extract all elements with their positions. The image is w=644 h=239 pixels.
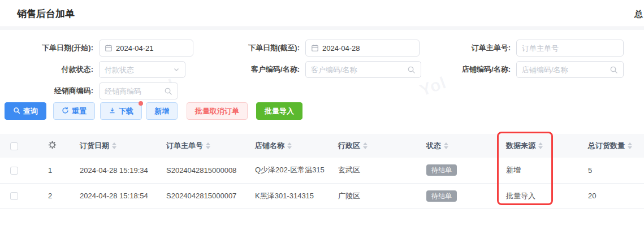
sort-control[interactable] <box>444 142 448 149</box>
date-end-input[interactable] <box>305 40 420 57</box>
batch-import-button-label: 批量导入 <box>265 106 294 116</box>
header-qty: 总订货数量 <box>588 141 625 151</box>
cell-order-date: 2024-04-28 15:19:34 <box>75 158 162 183</box>
status-badge: 待结单 <box>426 164 457 176</box>
cell-source: 新增 <box>502 158 584 183</box>
filter-date-start-label: 下单日期(开始): <box>0 40 93 57</box>
toolbar: 查询 重置 下载 新增 批量取消订单 批量导入 <box>5 102 302 120</box>
batch-cancel-button[interactable]: 批量取消订单 <box>187 102 248 120</box>
pay-status-field[interactable] <box>105 66 170 74</box>
cell-qty: 20 <box>584 183 644 208</box>
cell-order-no: S2024042815000008 <box>162 158 250 183</box>
filter-pay-status: 付款状态: <box>0 61 215 82</box>
row-index: 1 <box>31 158 75 183</box>
sort-control[interactable] <box>287 142 292 149</box>
table-header-row: 订货日期 订单主单号 店铺名称 行政区 状态 数据来源 总订货数量 <box>0 134 644 158</box>
reset-button[interactable]: 重置 <box>53 102 95 120</box>
cell-district: 玄武区 <box>334 158 422 183</box>
status-badge: 待结单 <box>426 190 457 202</box>
filter-date-end-label: 下单日期(截至): <box>215 40 300 57</box>
pay-status-select[interactable] <box>99 61 185 78</box>
shop-field[interactable] <box>522 66 606 74</box>
search-icon <box>407 66 416 74</box>
download-button[interactable]: 下载 <box>100 102 142 120</box>
sort-control[interactable] <box>363 142 368 149</box>
header-district: 行政区 <box>338 141 360 151</box>
chevron-down-icon <box>173 66 180 73</box>
shop-input[interactable] <box>516 61 624 78</box>
order-no-input[interactable] <box>516 40 624 57</box>
cell-source: 批量导入 <box>502 183 584 208</box>
download-icon <box>109 107 116 116</box>
date-start-input[interactable] <box>99 40 193 57</box>
calendar-icon <box>311 44 319 52</box>
column-settings-gear-icon[interactable] <box>48 142 57 151</box>
customer-field[interactable] <box>311 66 404 74</box>
sort-control[interactable] <box>538 142 543 149</box>
filter-dealer-label: 经销商编码: <box>0 82 93 99</box>
search-icon <box>610 66 618 74</box>
query-button-label: 查询 <box>23 106 38 116</box>
date-start-field[interactable] <box>116 44 188 53</box>
search-icon <box>164 87 172 95</box>
table-row: 1 2024-04-28 15:19:34 S2024042815000008 … <box>0 158 644 183</box>
orders-table: 订货日期 订单主单号 店铺名称 行政区 状态 数据来源 总订货数量 1 2024… <box>0 134 644 209</box>
dealer-field[interactable] <box>105 87 161 95</box>
query-button[interactable]: 查询 <box>5 102 46 120</box>
row-checkbox[interactable] <box>10 167 18 175</box>
row-index: 2 <box>31 183 75 208</box>
notification-dot <box>139 101 143 106</box>
filter-form: 下单日期(开始): 下单日期(截至): 订单主单号: <box>0 40 644 104</box>
cell-store: K黑泽301-314315 <box>250 183 334 208</box>
calendar-icon <box>105 44 113 52</box>
select-all-checkbox[interactable] <box>10 142 18 150</box>
add-button-label: 新增 <box>154 106 169 116</box>
header-store: 店铺名称 <box>255 141 284 151</box>
customer-input[interactable] <box>305 61 421 78</box>
cell-qty: 5 <box>584 158 644 183</box>
add-button[interactable]: 新增 <box>146 102 178 120</box>
filter-order-no-label: 订单主单号: <box>424 40 511 57</box>
header-order-no: 订单主单号 <box>166 141 203 151</box>
filter-customer-label: 客户编码/名称: <box>215 61 300 78</box>
filter-pay-status-label: 付款状态: <box>0 61 93 78</box>
cell-order-no: S2024042815000007 <box>162 183 250 208</box>
table-row: 2 2024-04-28 15:18:54 S2024042815000007 … <box>0 183 644 208</box>
filter-date-end: 下单日期(截至): <box>215 40 424 61</box>
dealer-input[interactable] <box>99 82 178 99</box>
sort-control[interactable] <box>112 142 116 149</box>
cell-store: Q少泽202-区常温315 <box>250 158 334 183</box>
filter-dealer: 经销商编码: <box>0 82 215 104</box>
refresh-icon <box>62 107 69 116</box>
page: 销售后台加单 总 Yol Yol 下单日期(开始): 下单日期(截至): <box>0 0 644 239</box>
filter-date-start: 下单日期(开始): <box>0 40 215 61</box>
filter-shop: 店铺编码/名称: <box>424 61 644 82</box>
batch-cancel-button-label: 批量取消订单 <box>195 106 239 116</box>
search-icon <box>13 107 20 116</box>
filter-order-no: 订单主单号: <box>424 40 644 61</box>
cell-district: 广陵区 <box>334 183 422 208</box>
header-order-date: 订货日期 <box>80 141 109 151</box>
filter-customer: 客户编码/名称: <box>215 61 424 82</box>
reset-button-label: 重置 <box>72 106 87 116</box>
row-checkbox[interactable] <box>10 192 18 200</box>
date-end-field[interactable] <box>322 44 414 53</box>
sort-control[interactable] <box>628 142 632 149</box>
filter-shop-label: 店铺编码/名称: <box>424 61 511 78</box>
title-divider <box>0 27 644 30</box>
download-button-label: 下载 <box>119 106 133 116</box>
sort-control[interactable] <box>206 142 210 149</box>
header-source: 数据来源 <box>506 141 535 151</box>
batch-import-button[interactable]: 批量导入 <box>256 102 302 120</box>
order-no-field[interactable] <box>522 44 618 53</box>
corner-truncated-text: 总 <box>634 9 643 20</box>
page-title: 销售后台加单 <box>17 7 75 20</box>
header-status: 状态 <box>426 141 441 151</box>
cell-order-date: 2024-04-28 15:18:54 <box>75 183 162 208</box>
